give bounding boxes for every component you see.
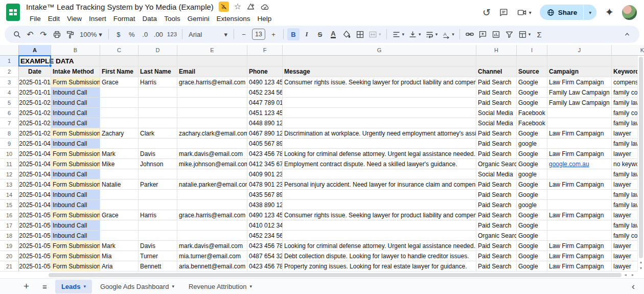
- cell-F11[interactable]: 0412 345 678: [247, 159, 283, 169]
- row-number[interactable]: 16: [0, 210, 19, 220]
- cell-E17[interactable]: [177, 220, 247, 231]
- row-number[interactable]: 21: [0, 261, 19, 272]
- cell-C5[interactable]: [100, 98, 139, 108]
- row-number[interactable]: 13: [0, 179, 19, 190]
- cell-C14[interactable]: [100, 190, 139, 200]
- column-label-campaign[interactable]: Campaign: [547, 66, 612, 77]
- cell-A19[interactable]: 2025-01-05: [19, 241, 51, 251]
- cell-E13[interactable]: natalie.parker@email.com: [177, 179, 247, 190]
- cell-F1[interactable]: [247, 56, 283, 66]
- cell-F18[interactable]: 0452 234 567: [247, 231, 283, 241]
- column-label-email[interactable]: Email: [177, 66, 247, 77]
- row-number[interactable]: 14: [0, 190, 19, 200]
- cell-E11[interactable]: mike.johnson@email.com: [177, 159, 247, 169]
- cell-E14[interactable]: [177, 190, 247, 200]
- scroll-down-icon[interactable]: ▾: [640, 265, 642, 272]
- cell-E1[interactable]: [177, 56, 247, 66]
- cell-A21[interactable]: 2025-01-05: [19, 261, 51, 272]
- undo-icon[interactable]: ↶: [24, 28, 36, 40]
- cell-J1[interactable]: [547, 56, 612, 66]
- increase-font-size-button[interactable]: +: [267, 28, 280, 40]
- vertical-scrollbar-thumb[interactable]: [639, 57, 643, 258]
- cell-C9[interactable]: [100, 139, 139, 149]
- cell-F15[interactable]: 0438 890 123: [247, 200, 283, 210]
- cell-A9[interactable]: 2025-01-04: [19, 139, 51, 149]
- menu-tools[interactable]: Tools: [160, 14, 184, 24]
- cell-A18[interactable]: 2025-01-05: [19, 231, 51, 241]
- cell-A17[interactable]: 2025-01-05: [19, 220, 51, 231]
- print-icon[interactable]: [51, 28, 63, 40]
- row-number[interactable]: 12: [0, 169, 19, 179]
- cell-F21[interactable]: 0423 456 789: [247, 261, 283, 272]
- column-label-date[interactable]: Date: [19, 66, 51, 77]
- cell-F10[interactable]: 0423 456 789: [247, 149, 283, 159]
- share-button[interactable]: Share: [540, 5, 584, 20]
- text-wrap-icon[interactable]: ▾: [424, 28, 440, 40]
- table-views-icon[interactable]: ▾: [517, 28, 533, 40]
- cell-G8[interactable]: Discrimination at workplace. Urgently ne…: [283, 128, 476, 139]
- cell-E20[interactable]: mia.turner@email.com: [177, 251, 247, 261]
- cell-B20[interactable]: Form Submission: [51, 251, 100, 261]
- cell-G19[interactable]: Looking for criminal defense attorney. U…: [283, 241, 476, 251]
- cell-J18[interactable]: [547, 231, 612, 241]
- row-number[interactable]: 1: [0, 56, 19, 66]
- cell-D18[interactable]: [139, 231, 177, 241]
- row-number[interactable]: 20: [0, 251, 19, 261]
- cell-E12[interactable]: [177, 169, 247, 179]
- cell-J14[interactable]: [547, 190, 612, 200]
- row-number[interactable]: 7: [0, 118, 19, 128]
- search-icon[interactable]: [11, 28, 23, 40]
- cell-H13[interactable]: Paid Search: [476, 179, 517, 190]
- cell-E4[interactable]: [177, 87, 247, 98]
- cell-F19[interactable]: 0423 456 789: [247, 241, 283, 251]
- column-header-J[interactable]: J: [547, 45, 612, 56]
- cell-J3[interactable]: Law Firm Campaign: [547, 77, 612, 87]
- zoom-select[interactable]: 100%▾: [77, 31, 105, 38]
- insert-comment-icon[interactable]: [477, 28, 489, 40]
- menu-insert[interactable]: Insert: [85, 14, 110, 24]
- text-rotation-icon[interactable]: A ▾: [440, 28, 456, 40]
- cell-B18[interactable]: Inbound Call: [51, 231, 100, 241]
- row-number[interactable]: 3: [0, 77, 19, 87]
- cell-D20[interactable]: Turner: [139, 251, 177, 261]
- meet-caret-icon[interactable]: ▾: [529, 10, 532, 15]
- cell-E9[interactable]: [177, 139, 247, 149]
- cell-J10[interactable]: Law Firm Campaign: [547, 149, 612, 159]
- sheet-tab-revenue-attribution[interactable]: Revenue Attribution▾: [182, 280, 258, 293]
- row-number[interactable]: 9: [0, 139, 19, 149]
- cell-G20[interactable]: Debt collection dispute. Looking for law…: [283, 251, 476, 261]
- cell-D7[interactable]: [139, 118, 177, 128]
- cell-J20[interactable]: Law Firm Campaign: [547, 251, 612, 261]
- cell-F5[interactable]: 0447 789 012: [247, 98, 283, 108]
- cloud-saved-icon[interactable]: [260, 2, 270, 12]
- row-number[interactable]: 6: [0, 108, 19, 118]
- select-all-corner[interactable]: [0, 45, 19, 56]
- cell-A3[interactable]: 2025-01-01: [19, 77, 51, 87]
- cell-H5[interactable]: Paid Search: [476, 98, 517, 108]
- cell-C4[interactable]: [100, 87, 139, 98]
- cell-C3[interactable]: Grace: [100, 77, 139, 87]
- cell-A15[interactable]: 2025-01-04: [19, 200, 51, 210]
- vertical-align-icon[interactable]: ▾: [407, 28, 423, 40]
- avatar[interactable]: [622, 5, 637, 20]
- cell-I19[interactable]: Google: [517, 241, 547, 251]
- cell-I15[interactable]: google: [517, 200, 547, 210]
- column-header-G[interactable]: G: [283, 45, 476, 56]
- share-dropdown-button[interactable]: ▾: [584, 5, 596, 20]
- cell-I20[interactable]: Google: [517, 251, 547, 261]
- cell-H20[interactable]: Paid Search: [476, 251, 517, 261]
- cell-B16[interactable]: Form Submission: [51, 210, 100, 220]
- cell-C8[interactable]: Zachary: [100, 128, 139, 139]
- row-number[interactable]: 19: [0, 241, 19, 251]
- cell-G14[interactable]: [283, 190, 476, 200]
- row-number[interactable]: 8: [0, 128, 19, 139]
- cell-I6[interactable]: Facebook: [517, 108, 547, 118]
- cell-H21[interactable]: Paid Search: [476, 261, 517, 272]
- cell-J17[interactable]: [547, 220, 612, 231]
- column-header-H[interactable]: H: [476, 45, 517, 56]
- cell-F9[interactable]: 0405 567 890: [247, 139, 283, 149]
- cell-G5[interactable]: [283, 98, 476, 108]
- row-number[interactable]: 15: [0, 200, 19, 210]
- cell-G3[interactable]: Consumer rights issue. Seeking lawyer fo…: [283, 77, 476, 87]
- cell-J4[interactable]: Family Law Campaign: [547, 87, 612, 98]
